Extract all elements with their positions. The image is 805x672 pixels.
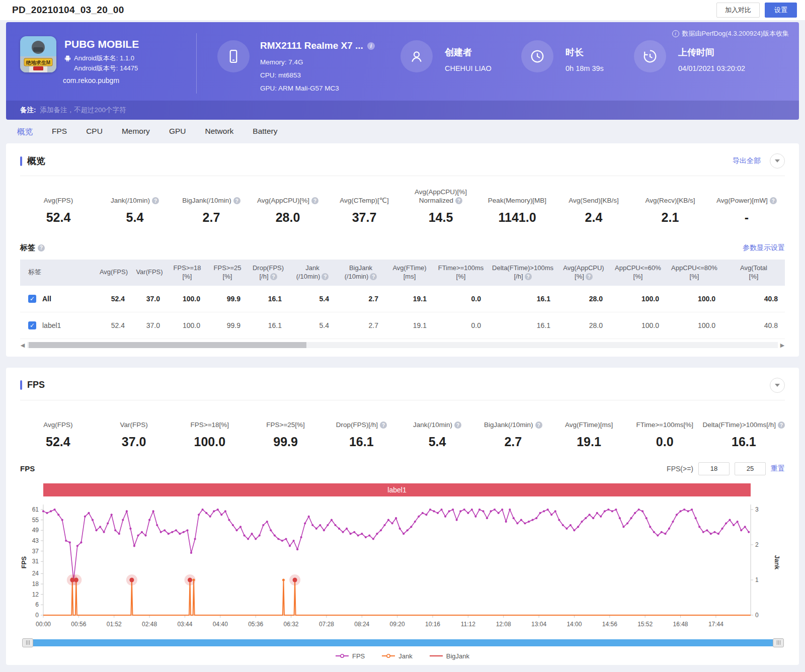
svg-text:13:04: 13:04 (531, 621, 546, 628)
device-memory: Memory: 7.4G (260, 58, 303, 66)
svg-text:10:16: 10:16 (425, 621, 440, 628)
help-icon[interactable]: ? (321, 273, 329, 280)
stat-label: Delta(FTime)>100ms[/h]? (703, 411, 785, 430)
column-header: FPS>=18[%] (167, 260, 207, 286)
overview-stat: Avg(Send)[KB/s]2.4 (555, 187, 632, 225)
svg-text:14:00: 14:00 (567, 621, 582, 628)
overview-stat: Avg(CTemp)[℃]37.7 (326, 187, 403, 225)
column-header: Var(FPS) (132, 260, 167, 286)
settings-button[interactable]: 设置 (765, 3, 797, 18)
slider-handle-right[interactable] (773, 638, 784, 647)
stat-label: Avg(AppCPU)[%]Normalized? (415, 187, 467, 205)
column-header: Drop(FPS)[/h]? (248, 260, 289, 286)
help-icon[interactable]: ? (152, 197, 159, 204)
history-clock-icon (642, 49, 658, 64)
creator-icon-circle (400, 40, 433, 72)
stat-value: - (745, 210, 749, 225)
tab-bar: 概览FPSCPUMemoryGPUNetworkBattery (0, 120, 805, 143)
svg-text:0: 0 (35, 612, 39, 619)
svg-text:绝地求生M: 绝地求生M (26, 60, 50, 65)
stat-value: 52.4 (46, 435, 70, 449)
scrollbar-thumb[interactable] (29, 342, 306, 348)
stat-value: 37.7 (352, 210, 377, 225)
stat-label: Jank(/10min)? (111, 187, 159, 205)
overview-stat: Avg(Power)[mW]?- (708, 187, 785, 225)
svg-text:05:36: 05:36 (248, 621, 263, 628)
help-icon[interactable]: ? (233, 197, 240, 204)
tab-battery[interactable]: Battery (253, 127, 277, 137)
section-accent-bar (20, 380, 22, 390)
divider (20, 400, 785, 400)
slider-handle-left[interactable] (22, 638, 33, 647)
svg-text:04:40: 04:40 (213, 621, 228, 628)
cell: 5.4 (289, 286, 336, 312)
tab-fps[interactable]: FPS (52, 127, 67, 137)
table-row: ✓label152.437.0100.099.916.15.42.719.10.… (20, 312, 785, 339)
help-icon[interactable]: ? (586, 273, 593, 280)
stat-value: 2.7 (504, 435, 522, 449)
collapse-fps-button[interactable] (770, 378, 785, 393)
help-icon[interactable]: ? (370, 273, 377, 280)
stat-label: Avg(FPS) (44, 187, 73, 205)
collapse-overview-button[interactable] (770, 153, 785, 169)
device-info-icon[interactable]: i (367, 42, 375, 50)
help-icon[interactable]: ? (270, 273, 277, 280)
divider (20, 176, 785, 176)
svg-text:09:20: 09:20 (390, 621, 405, 628)
tab-概览[interactable]: 概览 (17, 127, 33, 137)
fps-section-title: FPS (27, 380, 45, 390)
slider-track[interactable] (32, 639, 774, 646)
tab-gpu[interactable]: GPU (169, 127, 186, 137)
row-checkbox[interactable]: ✓ (28, 295, 36, 303)
help-icon[interactable]: ? (535, 422, 542, 429)
help-icon[interactable]: ? (778, 422, 785, 429)
device-icon-circle (217, 40, 250, 72)
svg-text:31: 31 (32, 558, 39, 565)
legend-item-jank[interactable]: Jank (382, 652, 412, 660)
cell: 28.0 (557, 286, 610, 312)
device-cpu: CPU: mt6853 (260, 71, 301, 79)
reset-link[interactable]: 重置 (771, 464, 785, 473)
svg-text:55: 55 (32, 516, 39, 523)
upload-time-value: 04/01/2021 03:20:02 (678, 64, 745, 72)
fps-stat: Avg(FTime)[ms]19.1 (551, 411, 627, 449)
cell: 100.0 (167, 312, 207, 339)
svg-text:06:32: 06:32 (284, 621, 299, 628)
stat-label: Avg(AppCPU)[%]? (257, 187, 318, 205)
scrollbar-track[interactable] (27, 342, 778, 348)
add-to-compare-button[interactable]: 加入对比 (716, 3, 760, 18)
param-display-settings-link[interactable]: 参数显示设置 (743, 243, 785, 253)
legend-item-fps[interactable]: FPS (336, 652, 365, 660)
fps-threshold-label: FPS(>=) (667, 465, 693, 473)
row-checkbox[interactable]: ✓ (28, 321, 36, 329)
fps-min-input[interactable] (698, 462, 730, 475)
stat-label: Avg(CTemp)[℃] (340, 187, 388, 205)
left-axis-title: FPS (21, 556, 28, 568)
chevron-down-icon (775, 384, 780, 387)
scroll-left-arrow[interactable]: ◀ (20, 342, 25, 349)
stat-value: 5.4 (126, 210, 144, 225)
stat-label: Avg(Send)[KB/s] (569, 187, 619, 205)
stat-value: 37.0 (122, 435, 146, 449)
help-icon[interactable]: ? (455, 197, 462, 204)
tab-memory[interactable]: Memory (122, 127, 150, 137)
labels-help-icon[interactable]: ? (38, 244, 45, 251)
fps-max-input[interactable] (735, 462, 766, 475)
help-icon[interactable]: ? (454, 422, 461, 429)
stat-value: 2.7 (203, 210, 220, 225)
note-input[interactable]: 添加备注，不超过200个字符 (40, 106, 126, 115)
tab-network[interactable]: Network (205, 127, 233, 137)
fps-stat: Avg(FPS)52.4 (20, 411, 96, 449)
stat-value: 0.0 (656, 435, 674, 449)
help-icon[interactable]: ? (380, 422, 387, 429)
svg-text:6: 6 (35, 601, 39, 608)
cell: 28.0 (557, 312, 610, 339)
help-icon[interactable]: ? (311, 197, 318, 204)
tab-cpu[interactable]: CPU (86, 127, 103, 137)
export-all-link[interactable]: 导出全部 (733, 156, 761, 165)
legend-item-bigjank[interactable]: BigJank (430, 652, 469, 660)
scroll-right-arrow[interactable]: ▶ (780, 342, 785, 349)
help-icon[interactable]: ? (770, 197, 777, 204)
android-version-name: Android版本名: 1.1.0 (74, 54, 134, 63)
help-icon[interactable]: ? (525, 273, 532, 280)
